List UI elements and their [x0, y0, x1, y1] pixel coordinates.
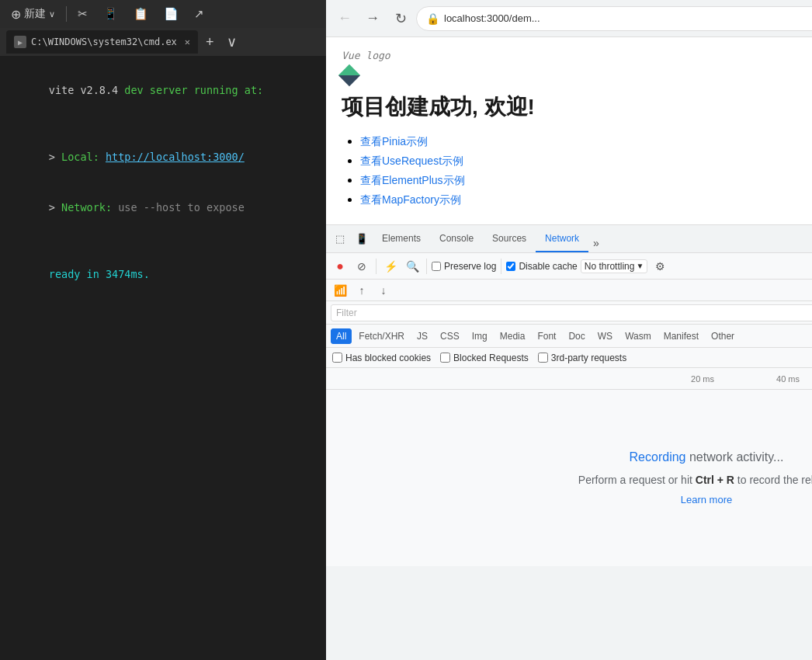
type-btn-fetchxhr[interactable]: Fetch/XHR: [353, 328, 410, 344]
copy-button[interactable]: 📋: [129, 5, 153, 23]
has-blocked-cookies-label[interactable]: Has blocked cookies: [332, 353, 431, 363]
recording-highlight: Recording: [630, 450, 686, 464]
third-party-checkbox[interactable]: [538, 353, 548, 363]
tab-elements[interactable]: Elements: [373, 225, 430, 252]
third-party-label[interactable]: 3rd-party requests: [538, 353, 626, 363]
tl-label-1: 20 ms: [660, 374, 745, 384]
term-line-2: [11, 116, 315, 133]
toolbar-separator-3: [501, 259, 501, 274]
chevron-down-icon: ∨: [49, 9, 55, 19]
filter-input-wrap[interactable]: Filter: [331, 304, 812, 321]
term-line-4: > Network: use --host to expose: [11, 182, 315, 233]
throttle-select[interactable]: No throttling ▼: [581, 259, 648, 273]
address-text: localhost:3000/dem...: [444, 12, 812, 24]
terminal-tab[interactable]: ▶ C:\WINDOWS\system32\cmd.ex ✕: [6, 30, 198, 54]
more-terminal-tabs[interactable]: ∨: [222, 32, 241, 52]
wifi-icon-btn[interactable]: 📶: [331, 281, 349, 300]
devtools-inspect-button[interactable]: ⬚: [329, 228, 351, 250]
type-btn-media[interactable]: Media: [494, 328, 531, 344]
term-line-5: [11, 233, 315, 250]
type-btn-font[interactable]: Font: [532, 328, 561, 344]
vite-version: vite v2.8.4: [49, 84, 125, 96]
disable-cache-label[interactable]: Disable cache: [506, 261, 577, 272]
has-blocked-cookies-checkbox[interactable]: [332, 353, 342, 363]
download-icon-btn[interactable]: ↓: [374, 281, 393, 300]
type-btn-js[interactable]: JS: [411, 328, 433, 344]
devtools-device-button[interactable]: 📱: [351, 228, 373, 250]
vue-logo: Vue logo: [342, 50, 812, 61]
refresh-button[interactable]: ↻: [388, 6, 413, 31]
network-type-filter: All Fetch/XHR JS CSS Img Media Font Doc …: [326, 325, 812, 348]
page-links: 查看Pinia示例 查看UseRequest示例 查看ElementPlus示例…: [342, 134, 812, 207]
record-button[interactable]: ●: [331, 257, 349, 276]
devtools-panel: ⬚ 📱 Elements Console Sources Ne: [326, 224, 812, 566]
throttle-label: No throttling: [585, 261, 635, 272]
type-btn-all[interactable]: All: [331, 328, 352, 344]
disable-cache-checkbox[interactable]: [506, 262, 515, 271]
search-button[interactable]: 🔍: [403, 257, 422, 276]
perform-prefix: Perform a request or hit: [578, 474, 696, 486]
export-button[interactable]: ↗: [189, 5, 209, 23]
devtools-tabs: Elements Console Sources Network »: [373, 225, 812, 252]
term-line-3: > Local: http://localhost:3000/: [11, 132, 315, 182]
back-button[interactable]: ←: [332, 6, 357, 31]
network-prompt: > Network:: [49, 201, 118, 214]
network-toolbar-row2: 📶 ↑ ↓: [326, 280, 812, 301]
blocked-requests-label[interactable]: Blocked Requests: [440, 353, 529, 363]
lock-icon: 🔒: [426, 12, 439, 25]
type-btn-other[interactable]: Other: [706, 328, 740, 344]
toolbar-separator-1: [376, 259, 377, 274]
upload-icon-btn[interactable]: ↑: [352, 281, 371, 300]
throttle-chevron-icon: ▼: [636, 262, 644, 270]
cut-button[interactable]: ✂: [73, 5, 92, 23]
mapfactory-link[interactable]: 查看MapFactory示例: [360, 193, 461, 206]
pinia-link[interactable]: 查看Pinia示例: [360, 135, 428, 148]
filter-button[interactable]: ⚡: [381, 257, 400, 276]
type-btn-manifest[interactable]: Manifest: [658, 328, 704, 344]
address-bar[interactable]: 🔒 localhost:3000/dem... ⊞ ↑: [416, 6, 812, 31]
browser-main-row: Vue logo 项目创建成功, 欢迎! 查看Pinia示例 查看UseRequ…: [326, 37, 812, 660]
term-line-1: vite v2.8.4 dev server running at:: [11, 65, 315, 116]
tab-console[interactable]: Console: [430, 225, 483, 252]
preserve-log-checkbox[interactable]: [432, 262, 441, 271]
toolbar-separator-2: [426, 259, 427, 274]
tab-network[interactable]: Network: [536, 225, 588, 252]
elementplus-link[interactable]: 查看ElementPlus示例: [360, 174, 465, 186]
terminal-body: vite v2.8.4 dev server running at: > Loc…: [0, 56, 326, 660]
link-item-3: 查看ElementPlus示例: [360, 173, 812, 188]
forward-button[interactable]: →: [360, 6, 385, 31]
type-btn-doc[interactable]: Doc: [563, 328, 590, 344]
add-terminal-tab[interactable]: +: [201, 33, 219, 52]
browser-panel: ← → ↻ 🔒 localhost:3000/dem... ⊞ ↑ ☆ 🧩 👤 …: [326, 0, 812, 660]
browser-inner: Vue logo 项目创建成功, 欢迎! 查看Pinia示例 查看UseRequ…: [326, 37, 812, 660]
perform-key: Ctrl + R: [696, 474, 734, 486]
toolbar-divider: [66, 6, 67, 22]
tl-label-2: 40 ms: [745, 374, 812, 384]
clear-button[interactable]: ⊘: [352, 257, 371, 276]
link-item-1: 查看Pinia示例: [360, 134, 812, 149]
localhost-link[interactable]: http://localhost:3000/: [106, 151, 245, 163]
devtools-more-tabs-button[interactable]: »: [588, 234, 604, 252]
type-btn-ws[interactable]: WS: [592, 328, 618, 344]
terminal-tabs: ▶ C:\WINDOWS\system32\cmd.ex ✕ + ∨: [0, 28, 326, 56]
mobile-button[interactable]: 📱: [99, 5, 123, 23]
terminal-tab-icon: ▶: [14, 36, 26, 48]
link-item-2: 查看UseRequest示例: [360, 154, 812, 168]
recording-text: Recording network activity...: [630, 450, 784, 464]
preserve-log-label[interactable]: Preserve log: [432, 261, 496, 272]
type-btn-css[interactable]: CSS: [435, 328, 465, 344]
browser-toolbar: ← → ↻ 🔒 localhost:3000/dem... ⊞ ↑ ☆ 🧩 👤 …: [326, 0, 812, 37]
network-settings-button[interactable]: ⚙: [651, 257, 669, 276]
tab-sources[interactable]: Sources: [483, 225, 536, 252]
paste-button[interactable]: 📄: [159, 5, 183, 23]
type-btn-wasm[interactable]: Wasm: [619, 328, 657, 344]
ready-text: ready in 3474ms.: [49, 268, 150, 280]
filter-placeholder: Filter: [336, 307, 357, 318]
type-btn-img[interactable]: Img: [467, 328, 493, 344]
terminal-tab-close[interactable]: ✕: [185, 36, 190, 47]
userequest-link[interactable]: 查看UseRequest示例: [360, 155, 463, 167]
new-tab-button[interactable]: ⊕ 新建 ∨: [6, 5, 60, 23]
learn-more-link[interactable]: Learn more: [681, 494, 732, 505]
vue-diamond-icon: [338, 64, 360, 86]
blocked-requests-checkbox[interactable]: [440, 353, 450, 363]
